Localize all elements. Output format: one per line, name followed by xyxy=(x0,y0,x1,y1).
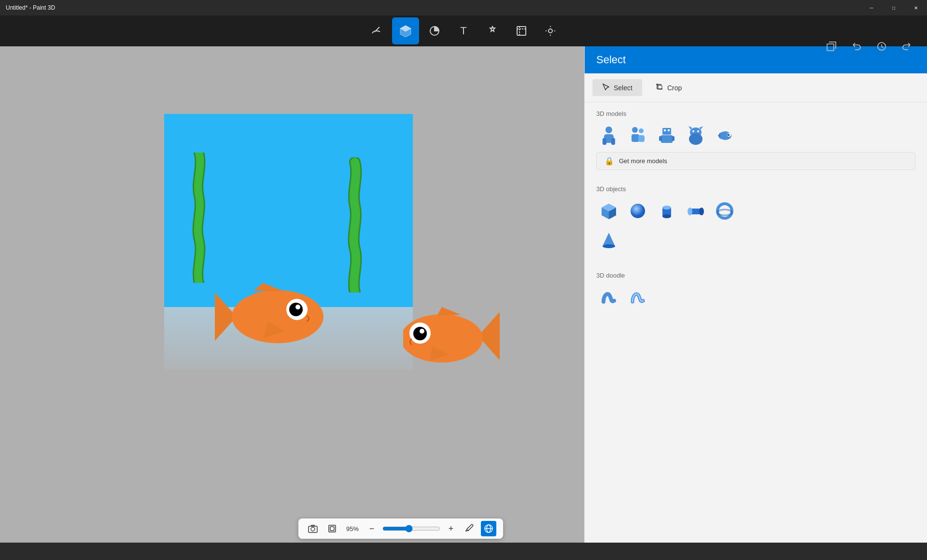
maximize-button[interactable]: □ xyxy=(883,0,905,15)
svg-point-51 xyxy=(662,206,671,210)
crop-tab-label: Crop xyxy=(667,84,682,92)
seaweed-right xyxy=(345,157,365,293)
doodle-soft[interactable] xyxy=(596,285,621,310)
svg-point-39 xyxy=(692,130,694,132)
undo-button[interactable] xyxy=(846,36,867,57)
model-person2[interactable] xyxy=(625,123,650,148)
history-button[interactable] xyxy=(871,36,892,57)
select-tab-label: Select xyxy=(614,84,632,92)
svg-marker-42 xyxy=(718,132,720,139)
objects-grid-2 xyxy=(596,227,915,252)
svg-rect-31 xyxy=(664,129,666,131)
svg-rect-4 xyxy=(827,44,834,51)
minimize-button[interactable]: ─ xyxy=(860,0,883,15)
crop-tab-icon xyxy=(656,83,663,92)
canvas-area[interactable] xyxy=(0,46,584,560)
redo-button[interactable] xyxy=(896,36,917,57)
model-cat[interactable] xyxy=(683,123,708,148)
camera-button[interactable] xyxy=(305,521,321,536)
svg-point-57 xyxy=(717,210,732,215)
fish-main xyxy=(215,278,326,355)
model-fish[interactable] xyxy=(712,123,737,148)
svg-rect-32 xyxy=(668,129,670,131)
svg-point-49 xyxy=(631,204,645,218)
objects-section-title: 3D objects xyxy=(596,185,915,193)
tool-effects[interactable] xyxy=(479,17,506,44)
window-controls: ─ □ ✕ xyxy=(860,0,927,15)
svg-point-55 xyxy=(699,208,704,215)
svg-rect-30 xyxy=(661,135,673,143)
models-grid xyxy=(596,123,915,148)
model-person1[interactable] xyxy=(596,123,621,148)
models-section-title: 3D models xyxy=(596,110,915,117)
zoom-slider[interactable] xyxy=(382,525,440,532)
select-tab-icon xyxy=(602,83,610,92)
tool-3d[interactable] xyxy=(392,17,419,44)
copy-paste-button[interactable] xyxy=(821,36,842,57)
get-more-label: Get more models xyxy=(619,157,667,165)
svg-rect-29 xyxy=(662,128,671,135)
doodle-grid xyxy=(596,285,915,310)
object-tube[interactable] xyxy=(683,198,708,224)
toolbar-right-actions xyxy=(821,31,917,62)
svg-marker-15 xyxy=(437,307,461,316)
svg-rect-63 xyxy=(330,527,334,531)
tool-text[interactable]: T xyxy=(450,17,477,44)
svg-point-52 xyxy=(662,214,671,218)
zoom-level: 95% xyxy=(344,525,361,532)
titlebar: Untitled* - Paint 3D ─ □ ✕ xyxy=(0,0,927,15)
svg-point-44 xyxy=(728,134,730,136)
objects-grid xyxy=(596,198,915,224)
tool-mixed-reality[interactable] xyxy=(537,17,564,44)
svg-rect-24 xyxy=(611,138,615,145)
doodle-sharp[interactable] xyxy=(625,285,650,310)
svg-point-7 xyxy=(232,290,323,343)
bottom-toolbar: 95% − + xyxy=(298,518,503,539)
app-title: Untitled* - Paint 3D xyxy=(6,4,55,11)
section-3d-objects: 3D objects xyxy=(585,178,927,264)
svg-rect-34 xyxy=(672,136,674,141)
zoom-in-button[interactable]: + xyxy=(444,522,458,535)
svg-point-61 xyxy=(311,527,315,531)
svg-point-54 xyxy=(688,208,692,215)
svg-point-19 xyxy=(420,329,424,334)
svg-point-26 xyxy=(639,128,644,133)
tool-canvas[interactable] xyxy=(508,17,535,44)
get-more-models-button[interactable]: 🔒 Get more models xyxy=(596,152,915,170)
object-cone[interactable] xyxy=(596,227,621,252)
object-cylinder[interactable] xyxy=(654,198,679,224)
text-tool-label: T xyxy=(460,25,466,37)
frame-button[interactable] xyxy=(324,521,340,536)
main-toolbar: T xyxy=(0,15,927,46)
object-torus[interactable] xyxy=(712,198,737,224)
tool-brushes[interactable] xyxy=(363,17,390,44)
svg-point-25 xyxy=(632,127,638,133)
svg-point-12 xyxy=(295,305,300,309)
panel-tabs: Select Crop xyxy=(585,73,927,102)
doodle-section-title: 3D doodle xyxy=(596,272,915,279)
view-3d-button[interactable] xyxy=(481,521,496,536)
tab-crop[interactable]: Crop xyxy=(646,79,691,96)
svg-rect-27 xyxy=(632,134,639,142)
pen-button[interactable] xyxy=(462,521,477,536)
fish-outside xyxy=(403,302,500,375)
status-bar xyxy=(0,543,927,560)
lock-icon: 🔒 xyxy=(604,156,614,166)
svg-rect-3 xyxy=(517,27,526,35)
seaweed-left xyxy=(191,153,208,283)
svg-rect-23 xyxy=(603,138,606,145)
object-sphere[interactable] xyxy=(625,198,650,224)
svg-point-45 xyxy=(729,134,730,135)
svg-rect-28 xyxy=(638,135,645,142)
section-3d-doodle: 3D doodle xyxy=(585,264,927,322)
section-3d-models: 3D models 🔒 Get m xyxy=(585,102,927,178)
svg-point-18 xyxy=(413,327,427,340)
close-button[interactable]: ✕ xyxy=(905,0,927,15)
tab-select[interactable]: Select xyxy=(592,79,642,96)
svg-marker-58 xyxy=(603,233,615,246)
object-cube[interactable] xyxy=(596,198,621,224)
zoom-out-button[interactable]: − xyxy=(365,522,379,535)
tool-stickers[interactable] xyxy=(421,17,448,44)
right-panel: Select Select Crop 3D models xyxy=(584,46,927,560)
model-robot[interactable] xyxy=(654,123,679,148)
